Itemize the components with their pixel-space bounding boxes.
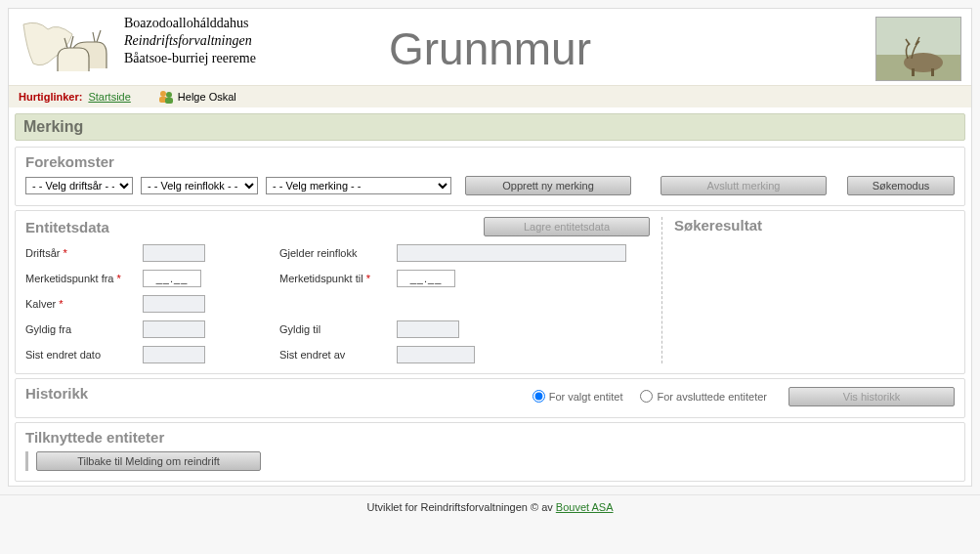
org-name-1: Boazodoallohálddahus xyxy=(124,15,256,32)
entitetsdata-panel: Entitetsdata Lagre entitetsdata Driftsår… xyxy=(15,210,965,374)
lagre-entitetsdata-button[interactable]: Lagre entitetsdata xyxy=(484,217,650,236)
quicklinks-label: Hurtiglinker: xyxy=(19,91,82,103)
org-name-3: Båatsoe-burriej reereme xyxy=(124,50,256,67)
startside-link[interactable]: Startside xyxy=(88,91,130,103)
footer-text: Utviklet for Reindriftsforvaltningen © a… xyxy=(366,501,555,513)
input-sist-endret-dato[interactable] xyxy=(143,346,205,363)
vertical-bar-icon xyxy=(25,451,28,471)
radio-valgt-input[interactable] xyxy=(533,390,545,403)
logo-block: Boazodoallohálddahus Reindriftsforvaltni… xyxy=(19,15,256,83)
opprett-ny-merking-button[interactable]: Opprett ny merking xyxy=(465,176,631,195)
app-header: Boazodoallohálddahus Reindriftsforvaltni… xyxy=(9,9,971,85)
label-gyldig-fra: Gyldig fra xyxy=(25,323,143,335)
reindeer-logo-icon xyxy=(19,15,116,83)
label-gyldig-til: Gyldig til xyxy=(279,323,397,335)
svg-point-0 xyxy=(904,53,943,72)
label-merketidspunkt-til: Merketidspunkt til * xyxy=(279,273,397,284)
label-driftsaar: Driftsår * xyxy=(25,247,143,259)
user-block: Helge Oskal xyxy=(158,90,236,104)
org-name-2: Reindriftsforvaltningen xyxy=(124,32,256,50)
input-merketidspunkt-fra[interactable]: __.__ xyxy=(143,270,201,287)
input-merketidspunkt-til[interactable]: __.__ xyxy=(397,270,455,287)
sokemodus-button[interactable]: Søkemodus xyxy=(847,176,955,195)
svg-rect-6 xyxy=(165,98,173,104)
input-gyldig-til[interactable] xyxy=(397,320,459,338)
user-name: Helge Oskal xyxy=(178,91,236,103)
org-names: Boazodoallohálddahus Reindriftsforvaltni… xyxy=(124,15,256,68)
tilknyttede-panel: Tilknyttede entiteter Tilbake til Meldin… xyxy=(15,422,965,482)
radio-for-avsluttede-entiteter[interactable]: For avsluttede entiteter xyxy=(640,390,767,403)
label-merketidspunkt-fra: Merketidspunkt fra * xyxy=(25,273,143,284)
vis-historikk-button[interactable]: Vis historikk xyxy=(788,387,955,406)
label-gjelder-reinflokk: Gjelder reinflokk xyxy=(279,247,397,259)
avslutt-merking-button[interactable]: Avslutt merking xyxy=(660,176,827,195)
svg-rect-1 xyxy=(912,68,915,76)
footer-link[interactable]: Bouvet ASA xyxy=(556,501,614,513)
input-gyldig-fra[interactable] xyxy=(143,320,205,338)
input-driftsaar[interactable] xyxy=(143,244,205,262)
radio-for-valgt-entitet[interactable]: For valgt entitet xyxy=(533,390,623,403)
sokeresultat-title: Søkeresultat xyxy=(674,217,955,234)
input-sist-endret-av[interactable] xyxy=(397,346,475,363)
label-sist-endret-dato: Sist endret dato xyxy=(25,349,143,361)
historikk-panel: Historikk For valgt entitet For avslutte… xyxy=(15,378,965,418)
tilknyttede-title: Tilknyttede entiteter xyxy=(25,429,955,446)
svg-rect-2 xyxy=(931,68,934,76)
users-icon xyxy=(158,90,174,104)
historikk-title: Historikk xyxy=(25,385,88,402)
svg-point-5 xyxy=(166,92,172,98)
section-bar-merking: Merking xyxy=(15,113,965,141)
reindeer-photo xyxy=(875,17,961,81)
select-reinflokk[interactable]: - - Velg reinflokk - - xyxy=(141,177,258,194)
footer: Utviklet for Reindriftsforvaltningen © a… xyxy=(0,494,980,519)
label-kalver: Kalver * xyxy=(25,298,143,310)
entitetsdata-title: Entitetsdata xyxy=(25,219,109,235)
radio-avsluttede-input[interactable] xyxy=(640,390,653,403)
forekomster-title: Forekomster xyxy=(25,153,955,170)
quicklinks-bar: Hurtiglinker: Startside Helge Oskal xyxy=(9,85,971,107)
forekomster-panel: Forekomster - - Velg driftsår - - - - Ve… xyxy=(15,147,965,206)
tilbake-til-melding-button[interactable]: Tilbake til Melding om reindrift xyxy=(36,451,261,471)
label-sist-endret-av: Sist endret av xyxy=(279,349,397,361)
input-gjelder-reinflokk[interactable] xyxy=(397,244,626,262)
select-driftsaar[interactable]: - - Velg driftsår - - xyxy=(25,177,133,194)
svg-point-3 xyxy=(160,91,166,97)
input-kalver[interactable] xyxy=(143,295,205,313)
select-merking[interactable]: - - Velg merking - - xyxy=(266,177,451,194)
